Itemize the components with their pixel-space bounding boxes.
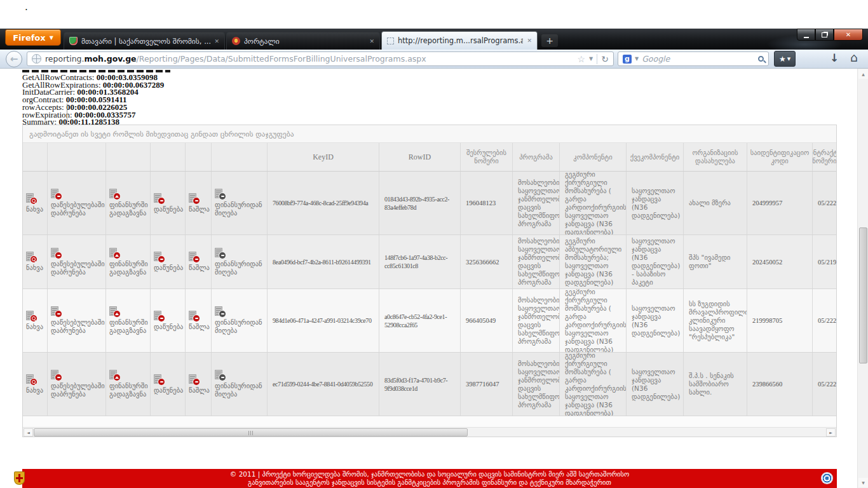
column-header-execution-number[interactable]: შესრულების ნომერი (461, 143, 513, 171)
view-button[interactable]: ნახვა (23, 172, 48, 234)
tab-mtavari[interactable]: მთავარი | საქართველოს შრომის, ... ✕ (64, 32, 225, 50)
url-text: reporting.moh.gov.ge/Reporting/Pages/Dat… (45, 54, 574, 64)
receive-from-financial-button[interactable]: ფინანსურიდან მიღება (212, 172, 268, 234)
cell-key-id: ec71d599-0244-4be7-8841-0d4059b52550 (268, 353, 379, 416)
receive-from-financial-button[interactable]: ფინანსურიდან მიღება (212, 289, 268, 352)
delete-button[interactable]: წაშლა (186, 353, 212, 416)
tab-close-icon[interactable]: ✕ (369, 38, 374, 44)
reject-button[interactable]: დაწუნება (151, 353, 186, 416)
chevron-down-icon[interactable]: ▼ (635, 56, 639, 62)
scroll-down-arrow[interactable]: ▼ (858, 478, 868, 487)
table-row: ნახვადაწესებულებაში დაბრუნებაფინანსურში … (23, 172, 836, 235)
column-header-organization-name[interactable]: ორგანიზაციის დასახელება (684, 143, 747, 171)
document-arrow-up-icon (109, 189, 119, 199)
cell-contract: 05/222/1 (813, 353, 836, 416)
column-header-rowid[interactable]: RowID (379, 143, 461, 171)
send-to-financial-button[interactable]: ფინანსურში გადაგზავნა (106, 353, 151, 416)
document-minus-icon (189, 193, 199, 203)
tab-close-icon[interactable]: ✕ (214, 38, 219, 44)
cell-row-id: 01843d43-892b-4935-acc2-83a4effeb78d (379, 172, 461, 234)
cell-component: გეგმიური ქირურგიული მომსახურება ( გარდა … (560, 172, 627, 234)
view-button[interactable]: ნახვა (23, 353, 48, 416)
delete-button[interactable]: წაშლა (186, 172, 212, 234)
restore-button[interactable] (815, 29, 834, 41)
data-grid: გადმოიტანეთ ის სვეტი რომლის მიხედვითაც გ… (22, 125, 837, 437)
cell-org-code: 202450052 (747, 235, 813, 288)
bookmarks-menu-button[interactable]: ★ ▼ (774, 51, 796, 67)
return-to-institution-button[interactable]: დაწესებულებაში დაბრუნება (48, 289, 106, 352)
scroll-thumb-grip (248, 431, 254, 435)
return-to-institution-button[interactable]: დაწესებულებაში დაბრუნება (48, 172, 106, 234)
send-to-financial-button[interactable]: ფინანსურში გადაგზავნა (106, 289, 151, 352)
cell-component: გეგმიური ქირურგიული მომსახურება ( გარდა … (560, 353, 627, 416)
action-label: დაწუნება (154, 264, 183, 272)
delete-button[interactable]: წაშლა (186, 235, 212, 288)
search-placeholder: Google (642, 54, 755, 64)
cursor-artifact-line (67, 104, 67, 125)
new-tab-button[interactable]: + (541, 34, 558, 47)
cell-subcomponent: საყოველთაო ჯანდაცვა (N36 დადგენილება) (627, 289, 684, 352)
group-by-bar[interactable]: გადმოიტანეთ ის სვეტი რომლის მიხედვითაც გ… (23, 125, 836, 143)
window-controls: ✕ (797, 29, 863, 41)
reject-button[interactable]: დაწუნება (151, 172, 186, 234)
reject-button[interactable]: დაწუნება (151, 235, 186, 288)
column-header-component[interactable]: კომპონენტი (560, 143, 627, 171)
column-header-identification-code[interactable]: საიდენტიფიკაციო კოდი (747, 143, 813, 171)
close-button[interactable]: ✕ (834, 29, 863, 41)
scroll-left-arrow[interactable]: ◄ (24, 428, 33, 437)
search-magnifier-icon[interactable] (758, 56, 764, 62)
table-row: ნახვადაწესებულებაში დაბრუნებაფინანსურში … (23, 235, 836, 289)
return-to-institution-button[interactable]: დაწესებულებაში დაბრუნება (48, 353, 106, 416)
horizontal-scroll-thumb[interactable] (34, 428, 468, 437)
column-header-keyid[interactable]: KeyID (268, 143, 379, 171)
search-bar[interactable]: g ▼ Google (618, 51, 769, 66)
tab-reporting-active[interactable]: http://reporting.m...rsalPrograms.aspx ✕ (381, 31, 538, 50)
receive-from-financial-button[interactable]: ფინანსურიდან მიღება (212, 235, 268, 288)
horizontal-scrollbar[interactable]: ◄ ► (23, 427, 836, 437)
document-arrow-up-icon (109, 306, 119, 316)
action-label: ფინანსურში გადაგზავნა (109, 201, 148, 217)
downloads-icon[interactable]: ↓ (830, 51, 839, 64)
document-minus-gray-icon (215, 306, 225, 316)
url-bar[interactable]: reporting.moh.gov.ge/Reporting/Pages/Dat… (27, 51, 614, 66)
document-minus-icon (154, 193, 164, 203)
cell-row-id: 83d5f0d3-f17a-4701-b9c7-9f9d038cce1d (379, 353, 461, 416)
chevron-down-icon[interactable]: ▼ (589, 56, 593, 62)
action-label: ნახვა (26, 386, 43, 395)
cell-organization: შ.პ.ს . სენაკის სამშობიარო სახლი. (684, 353, 747, 416)
column-header-subcomponent[interactable]: ქვეკომპონენტი (627, 143, 684, 171)
scroll-up-arrow[interactable]: ▲ (858, 69, 868, 79)
minimize-button[interactable] (797, 29, 815, 41)
google-icon[interactable]: g (623, 55, 632, 64)
send-to-financial-button[interactable]: ფინანსურში გადაგზავნა (106, 172, 151, 234)
georgia-coat-of-arms-icon (14, 471, 25, 485)
column-header-contract-number[interactable]: კონტრაქტის ნომერი (813, 143, 836, 171)
return-to-institution-button[interactable]: დაწესებულებაში დაბრუნება (48, 235, 106, 288)
document-minus-icon (189, 374, 199, 384)
tab-portali[interactable]: პორტალი ✕ (226, 32, 380, 50)
view-button[interactable]: ნახვა (23, 289, 48, 352)
document-magnifier-icon (26, 193, 36, 203)
navigation-bar: ← reporting.moh.gov.ge/Reporting/Pages/D… (0, 50, 868, 69)
home-icon[interactable]: ⌂ (850, 50, 858, 64)
column-header-program[interactable]: პროგრამა (513, 143, 560, 171)
firefox-menu-button[interactable]: Firefox ▼ (5, 29, 61, 46)
send-to-financial-button[interactable]: ფინანსურში გადაგზავნა (106, 235, 151, 288)
document-arrow-up-icon (109, 248, 119, 258)
delete-button[interactable]: წაშლა (186, 289, 212, 352)
reload-icon[interactable]: ↻ (601, 54, 609, 64)
vertical-scroll-thumb[interactable] (859, 227, 867, 363)
view-button[interactable]: ნახვა (23, 235, 48, 288)
receive-from-financial-button[interactable]: ფინანსურიდან მიღება (212, 353, 268, 416)
vertical-scrollbar[interactable]: ▲ ▼ (857, 69, 868, 488)
cell-row-id: 148f7cb6-1a97-4a38-b2cc-cc85c61301c8 (379, 235, 461, 288)
action-label: წაშლა (189, 323, 210, 331)
document-minus-gray-icon (215, 189, 225, 199)
debug-timings: GetAllRowContracts: 00:00:03.0359098GetA… (22, 70, 170, 126)
back-button[interactable]: ← (6, 51, 22, 67)
bookmark-star-icon[interactable]: ☆ (578, 54, 586, 64)
reject-button[interactable]: დაწუნება (151, 289, 186, 352)
tab-close-icon[interactable]: ✕ (527, 37, 532, 44)
action-label: ნახვა (26, 205, 43, 214)
scroll-right-arrow[interactable]: ► (826, 428, 836, 437)
